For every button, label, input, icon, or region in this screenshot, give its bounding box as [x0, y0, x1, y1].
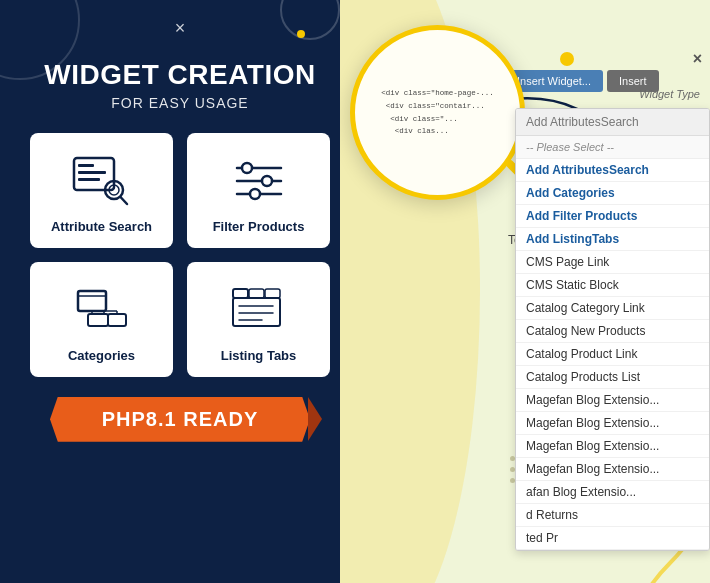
categories-icon — [67, 280, 137, 340]
svg-rect-13 — [78, 291, 106, 311]
listing-tabs-icon — [224, 280, 294, 340]
ribbon-fold — [308, 397, 322, 441]
svg-rect-22 — [265, 289, 280, 298]
svg-point-12 — [250, 189, 260, 199]
filter-products-icon — [224, 151, 294, 211]
widget-label-categories: Categories — [68, 348, 135, 363]
sub-title: FOR EASY USAGE — [111, 95, 248, 111]
php-badge: PHP8.1 READY — [50, 397, 310, 442]
dropdown-item-4[interactable]: CMS Page Link — [516, 251, 709, 274]
dropdown-item-14[interactable]: afan Blog Extensio... — [516, 481, 709, 504]
svg-rect-21 — [249, 289, 264, 298]
dropdown-item-10[interactable]: Magefan Blog Extensio... — [516, 389, 709, 412]
main-title: WIDGET CREATION — [44, 60, 315, 91]
dropdown-please-select: -- Please Select -- — [516, 136, 709, 159]
svg-rect-23 — [233, 298, 280, 326]
svg-rect-20 — [233, 289, 248, 298]
widgets-grid: Attribute Search Filter Products — [30, 133, 330, 377]
svg-line-5 — [120, 197, 127, 204]
widget-card-categories[interactable]: Categories — [30, 262, 173, 377]
deco-dot-tr — [297, 30, 305, 38]
dismiss-button-top[interactable]: × — [693, 50, 702, 68]
svg-rect-2 — [78, 171, 106, 174]
dropdown-search-input[interactable] — [516, 109, 709, 136]
dropdown-item-13[interactable]: Magefan Blog Extensio... — [516, 458, 709, 481]
dropdown-item-16[interactable]: ted Pr — [516, 527, 709, 550]
insert-buttons-row: Insert Widget... Insert — [505, 70, 659, 92]
dropdown-item-5[interactable]: CMS Static Block — [516, 274, 709, 297]
svg-rect-14 — [88, 314, 108, 326]
attribute-search-icon — [67, 151, 137, 211]
dropdown-item-11[interactable]: Magefan Blog Extensio... — [516, 412, 709, 435]
magnifier-circle: <div class="home-page-... <div class="co… — [350, 25, 525, 200]
widget-type-label: Widget Type — [639, 88, 700, 100]
code-line-4: <div clas... — [381, 125, 494, 138]
left-panel: × WIDGET CREATION FOR EASY USAGE Attribu… — [0, 0, 360, 583]
code-line-2: <div class="contair... — [381, 100, 494, 113]
yellow-dot-1 — [560, 52, 574, 66]
close-button[interactable]: × — [175, 18, 186, 39]
widget-card-attribute-search[interactable]: Attribute Search — [30, 133, 173, 248]
code-line-3: <div class="... — [381, 113, 494, 126]
svg-point-10 — [242, 163, 252, 173]
dropdown-item-7[interactable]: Catalog New Products — [516, 320, 709, 343]
widget-card-filter-products[interactable]: Filter Products — [187, 133, 330, 248]
dropdown-item-3[interactable]: Add ListingTabs — [516, 228, 709, 251]
dropdown-item-15[interactable]: d Returns — [516, 504, 709, 527]
deco-circle-tr — [280, 0, 340, 40]
dropdown-item-2[interactable]: Add Filter Products — [516, 205, 709, 228]
widget-label-attribute-search: Attribute Search — [51, 219, 152, 234]
svg-rect-1 — [78, 164, 94, 167]
dropdown-item-9[interactable]: Catalog Products List — [516, 366, 709, 389]
dropdown-item-8[interactable]: Catalog Product Link — [516, 343, 709, 366]
svg-rect-15 — [108, 314, 126, 326]
right-panel: <div class="home-page-... <div class="co… — [340, 0, 710, 583]
dropdown-item-0[interactable]: Add AttributesSearch — [516, 159, 709, 182]
svg-rect-3 — [78, 178, 100, 181]
code-line-1: <div class="home-page-... — [381, 87, 494, 100]
php-badge-wrapper: PHP8.1 READY — [50, 397, 310, 442]
svg-point-11 — [262, 176, 272, 186]
dropdown-item-6[interactable]: Catalog Category Link — [516, 297, 709, 320]
widget-label-filter-products: Filter Products — [213, 219, 305, 234]
dropdown-item-12[interactable]: Magefan Blog Extensio... — [516, 435, 709, 458]
dropdown-panel: -- Please Select -- Add AttributesSearch… — [515, 108, 710, 551]
dropdown-item-1[interactable]: Add Categories — [516, 182, 709, 205]
widget-label-listing-tabs: Listing Tabs — [221, 348, 297, 363]
widget-card-listing-tabs[interactable]: Listing Tabs — [187, 262, 330, 377]
